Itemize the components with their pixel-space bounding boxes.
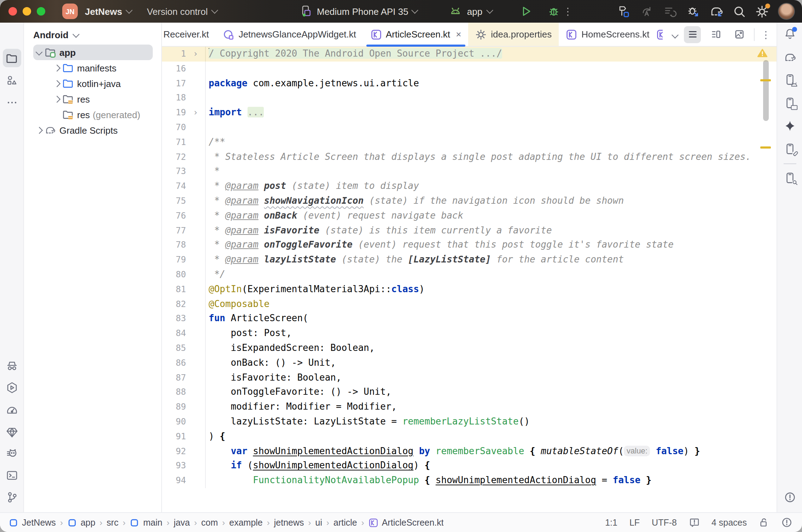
code-line-91[interactable]: 91) { [162,429,777,444]
code-line-77[interactable]: 77 * @param isFavorite (state) is this i… [162,223,777,238]
code-line-76[interactable]: 76 * @param onBack (event) request navig… [162,209,777,224]
line-number[interactable]: 89 [162,400,186,415]
breadcrumb-item[interactable]: com [201,517,218,527]
notifications-bell-icon[interactable] [780,25,799,43]
line-number[interactable]: 80 [162,267,186,282]
more-tool-windows-icon[interactable] [2,93,21,112]
tree-item-kotlin-java[interactable]: kotlin+java [24,76,161,91]
logcat-cat-icon[interactable] [2,444,21,463]
code-line-16[interactable]: 16 [162,62,777,76]
gradle-sync-icon[interactable] [709,4,723,18]
highlighting-level-icon[interactable] [689,517,699,528]
tab-idea-properties[interactable]: idea.properties [468,23,559,46]
line-number[interactable]: 90 [162,415,186,429]
line-number[interactable]: 86 [162,355,186,370]
search-everywhere-icon[interactable] [733,5,746,18]
profiler-detective-icon[interactable] [2,357,21,375]
code-line-80[interactable]: 80 */ [162,267,777,282]
line-number[interactable]: 83 [162,312,186,326]
fold-arrow-icon[interactable]: › [186,105,205,120]
line-number[interactable]: 75 [162,194,186,209]
editor-scrollbar[interactable] [763,60,769,121]
line-number[interactable]: 82 [162,297,186,312]
services-icon[interactable] [2,378,21,397]
line-number[interactable]: 71 [162,135,186,150]
code-line-75[interactable]: 75 * @param showNavigationIcon (state) i… [162,194,777,209]
breadcrumb-item[interactable]: app [67,517,95,527]
code-line-93[interactable]: 93 if (showUnimplementedActionDialog) { [162,459,777,474]
git-branch-icon[interactable] [2,488,21,507]
code-line-83[interactable]: 83fun ArticleScreen( [162,312,777,326]
breadcrumb-item[interactable]: ui [315,517,322,527]
editor-view-preview-icon[interactable] [731,26,748,43]
resource-manager-icon[interactable] [2,71,21,89]
unlocked-padlock-icon[interactable] [759,517,769,528]
code-line-94[interactable]: 94 FunctionalityNotAvailablePopup { show… [162,473,777,488]
line-number[interactable]: 1 [162,47,186,62]
code-line-86[interactable]: 86 onBack: () -> Unit, [162,355,777,370]
line-number[interactable]: 16 [162,62,186,76]
tab-options-kebab-icon[interactable]: ⋮ [761,29,771,39]
error-notification-icon[interactable] [781,517,792,528]
code-line-89[interactable]: 89 modifier: Modifier = Modifier, [162,400,777,415]
line-number[interactable]: 94 [162,473,186,488]
code-line-82[interactable]: 82@Composable [162,297,777,312]
file-encoding[interactable]: UTF-8 [652,517,677,527]
line-number[interactable]: 70 [162,120,186,135]
breadcrumb-item[interactable]: main [130,517,162,527]
code-line-87[interactable]: 87 isFavorite: Boolean, [162,370,777,385]
kebab-menu-icon[interactable]: ⋮ [563,6,573,16]
line-number[interactable]: 85 [162,341,186,356]
gemini-sparkle-icon[interactable] [780,117,799,135]
gradle-tool-icon[interactable] [780,48,799,66]
code-line-17[interactable]: 17package com.example.jetnews.ui.article [162,76,777,91]
version-control-menu[interactable]: Version control [147,6,217,17]
line-number[interactable]: 74 [162,179,186,194]
run-button[interactable] [520,5,533,18]
line-number[interactable]: 79 [162,253,186,267]
build-hammer-icon[interactable] [616,4,630,18]
code-line-71[interactable]: 71/** [162,135,777,150]
code-line-74[interactable]: 74 * @param post (state) item to display [162,179,777,194]
terminal-icon[interactable] [2,466,21,485]
code-line-85[interactable]: 85 isExpandedScreen: Boolean, [162,341,777,356]
code-line-78[interactable]: 78 * @param onToggleFavorite (event) req… [162,238,777,253]
line-number[interactable]: 19 [162,105,186,120]
code-line-19[interactable]: 19›import ... [162,105,777,120]
line-number[interactable]: 77 [162,223,186,238]
project-tool-button[interactable] [2,49,21,67]
code-line-81[interactable]: 81@OptIn(ExperimentalMaterial3Api::class… [162,282,777,297]
close-tab-icon[interactable]: × [456,29,461,40]
app-inspection-icon[interactable] [780,169,799,187]
code-line-90[interactable]: 90 lazyListState: LazyListState = rememb… [162,415,777,429]
hidden-tabs-chevron-icon[interactable] [672,31,679,39]
settings-gear-icon[interactable] [755,5,769,18]
breadcrumb-item[interactable]: src [107,517,118,527]
tab-overflow-clipped[interactable] [657,23,663,46]
warning-stripe-mark[interactable] [760,146,771,148]
tree-item-app[interactable]: app [24,45,161,60]
line-number[interactable]: 88 [162,385,186,400]
code-editor[interactable]: 1›/ Copyright 2020 The Android Open Sour… [162,47,777,512]
line-number[interactable]: 84 [162,326,186,341]
line-number[interactable]: 92 [162,444,186,459]
line-number[interactable]: 18 [162,91,186,106]
breadcrumb-item[interactable]: ArticleScreen.kt [368,517,444,527]
code-line-70[interactable]: 70 [162,120,777,135]
line-number[interactable]: 72 [162,150,186,164]
tree-item-res[interactable]: res [24,91,161,107]
fold-arrow-icon[interactable]: › [186,47,205,62]
line-number[interactable]: 78 [162,238,186,253]
app-quality-insights-gem-icon[interactable] [2,423,21,441]
device-selector[interactable]: Medium Phone API 35 [300,5,418,18]
line-number[interactable]: 73 [162,164,186,179]
code-line-72[interactable]: 72 * Stateless Article Screen that displ… [162,150,777,164]
run-configuration-selector[interactable]: app [449,5,492,18]
running-devices-icon[interactable] [780,94,799,112]
code-line-79[interactable]: 79 * @param lazyListState (state) the [L… [162,253,777,267]
editor-view-structure-icon[interactable] [707,26,724,43]
breadcrumb-item[interactable]: java [174,517,190,527]
device-file-explorer-icon[interactable] [780,140,799,158]
code-line-88[interactable]: 88 onToggleFavorite: () -> Unit, [162,385,777,400]
tab-receiver[interactable]: Receiver.kt [162,23,216,46]
